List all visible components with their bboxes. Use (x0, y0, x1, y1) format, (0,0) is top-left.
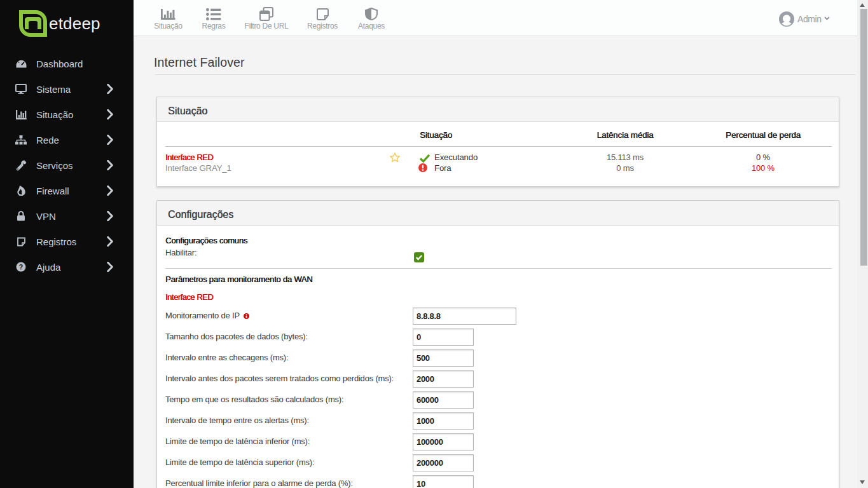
svg-text:?: ? (19, 263, 23, 271)
